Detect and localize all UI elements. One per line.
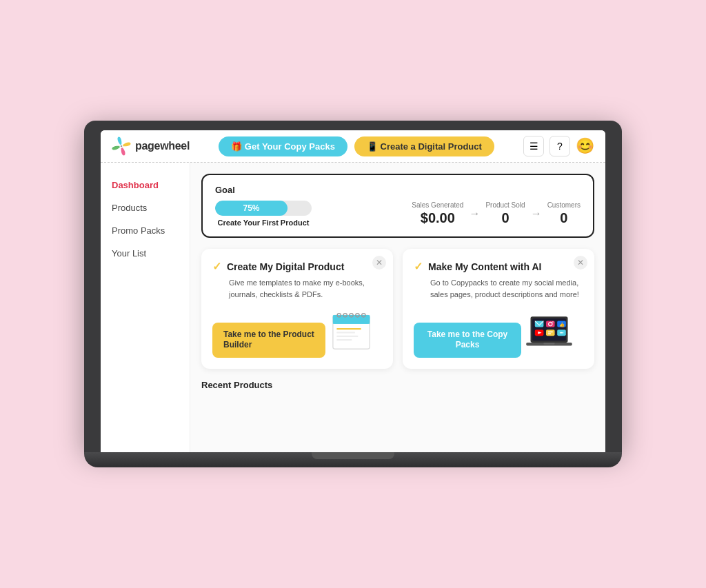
check-icon-digital: ✓ bbox=[212, 260, 221, 273]
copy-packs-card-button[interactable]: Take me to the Copy Packs bbox=[414, 323, 521, 358]
action-card-digital-header: ✓ Create My Digital Product bbox=[212, 260, 382, 273]
goal-progress-row: 75% Create Your First Product Sales Gene… bbox=[215, 201, 581, 227]
svg-rect-26 bbox=[548, 332, 553, 332]
svg-point-30 bbox=[561, 332, 563, 334]
main-content: Goal 75% Create Your First Product bbox=[190, 163, 605, 452]
close-card-ai-button[interactable]: ✕ bbox=[574, 256, 587, 270]
check-icon-ai: ✓ bbox=[414, 260, 423, 273]
stat-label-sales: Sales Generated bbox=[412, 201, 463, 209]
laptop-bezel: pagewheel 🎁 Get Your Copy Packs 📱 Create… bbox=[84, 121, 622, 452]
stat-block-sales: Sales Generated $0.00 bbox=[412, 201, 463, 226]
card-bottom-digital: Take me to the ProductBuilder bbox=[212, 310, 382, 358]
user-avatar-smiley[interactable]: 😊 bbox=[576, 137, 594, 155]
goal-label: Goal bbox=[215, 185, 581, 195]
goal-progress-section: 75% Create Your First Product bbox=[215, 201, 312, 227]
svg-text:👍: 👍 bbox=[559, 322, 565, 327]
laptop-screen: pagewheel 🎁 Get Your Copy Packs 📱 Create… bbox=[101, 130, 605, 452]
stat-label-products: Product Sold bbox=[485, 201, 525, 209]
logo-text: pagewheel bbox=[135, 140, 190, 152]
arrow-icon-1: → bbox=[469, 207, 480, 220]
svg-rect-11 bbox=[336, 328, 361, 330]
logo-area: pagewheel bbox=[112, 136, 190, 156]
progress-percent: 75% bbox=[243, 203, 259, 213]
action-card-digital-title: Create My Digital Product bbox=[227, 261, 344, 272]
stat-value-products: 0 bbox=[501, 210, 509, 226]
svg-rect-33 bbox=[543, 343, 554, 345]
stat-block-customers: Customers 0 bbox=[547, 201, 581, 226]
action-card-content-ai: ✕ ✓ Make My Content with AI Go to Copypa… bbox=[403, 249, 594, 369]
product-builder-button[interactable]: Take me to the ProductBuilder bbox=[212, 323, 325, 358]
app-body: Dashboard Products Promo Packs Your List… bbox=[101, 163, 605, 452]
svg-rect-5 bbox=[333, 315, 370, 320]
svg-rect-14 bbox=[336, 339, 352, 341]
sidebar-item-dashboard[interactable]: Dashboard bbox=[101, 174, 190, 196]
svg-rect-13 bbox=[336, 336, 358, 337]
create-digital-product-button[interactable]: 📱 Create a Digital Product bbox=[354, 136, 494, 156]
svg-point-31 bbox=[562, 332, 563, 334]
stat-value-customers: 0 bbox=[560, 210, 567, 226]
goal-first-product-label: Create Your First Product bbox=[215, 219, 312, 227]
laptop-social-illustration: 👍 bbox=[521, 310, 583, 358]
svg-point-20 bbox=[552, 321, 553, 322]
header-icons: ☰ ? 😊 bbox=[523, 136, 594, 156]
app-header: pagewheel 🎁 Get Your Copy Packs 📱 Create… bbox=[101, 130, 605, 163]
action-card-ai-title: Make My Content with AI bbox=[428, 261, 541, 272]
action-card-digital-desc: Give me templates to make my e-books, jo… bbox=[212, 277, 382, 300]
sidebar-item-your-list[interactable]: Your List bbox=[101, 242, 190, 265]
goal-card: Goal 75% Create Your First Product bbox=[201, 174, 594, 238]
stats-row: Sales Generated $0.00 → Product Sold 0 → bbox=[320, 201, 581, 226]
svg-point-29 bbox=[560, 332, 561, 334]
svg-rect-27 bbox=[548, 334, 552, 334]
sidebar-item-promo-packs[interactable]: Promo Packs bbox=[101, 219, 190, 242]
close-card-digital-button[interactable]: ✕ bbox=[372, 256, 386, 270]
stat-label-customers: Customers bbox=[547, 201, 581, 209]
laptop-wrapper: pagewheel 🎁 Get Your Copy Packs 📱 Create… bbox=[84, 121, 622, 467]
arrow-icon-2: → bbox=[531, 207, 542, 220]
menu-icon: ☰ bbox=[530, 141, 538, 152]
svg-rect-12 bbox=[336, 332, 355, 333]
laptop-base bbox=[84, 452, 622, 467]
progress-bar-container: 75% bbox=[215, 201, 312, 216]
action-cards: ✕ ✓ Create My Digital Product Give me te… bbox=[201, 249, 594, 369]
help-icon: ? bbox=[557, 141, 563, 152]
action-card-ai-header: ✓ Make My Content with AI bbox=[414, 260, 583, 273]
header-buttons: 🎁 Get Your Copy Packs 📱 Create a Digital… bbox=[195, 136, 518, 156]
stat-value-sales: $0.00 bbox=[421, 210, 455, 226]
action-card-digital-product: ✕ ✓ Create My Digital Product Give me te… bbox=[201, 249, 393, 369]
svg-rect-25 bbox=[546, 330, 555, 336]
get-copy-packs-button[interactable]: 🎁 Get Your Copy Packs bbox=[219, 136, 347, 156]
help-icon-button[interactable]: ? bbox=[549, 136, 570, 156]
stat-block-products: Product Sold 0 bbox=[485, 201, 525, 226]
menu-icon-button[interactable]: ☰ bbox=[523, 136, 544, 156]
notebook-illustration bbox=[327, 310, 382, 358]
card-bottom-ai: Take me to the Copy Packs bbox=[414, 310, 583, 358]
recent-products-label: Recent Products bbox=[201, 380, 594, 390]
logo-pinwheel-icon bbox=[112, 136, 131, 156]
svg-point-1 bbox=[121, 145, 123, 148]
sidebar: Dashboard Products Promo Packs Your List bbox=[101, 163, 190, 452]
action-card-ai-desc: Go to Copypacks to create my social medi… bbox=[414, 277, 583, 300]
progress-bar-fill: 75% bbox=[215, 201, 288, 216]
sidebar-item-products[interactable]: Products bbox=[101, 196, 190, 219]
